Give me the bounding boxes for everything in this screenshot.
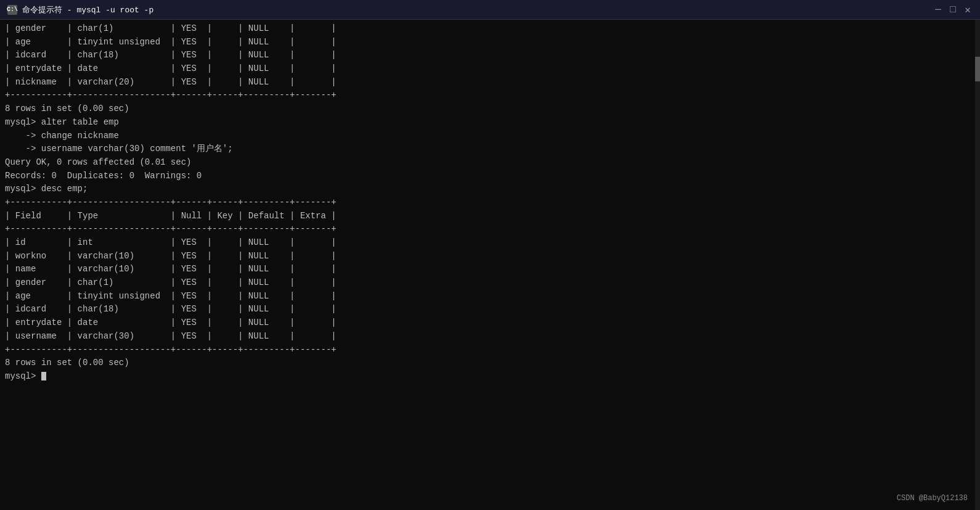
terminal-line: +-----------+-------------------+------+… bbox=[5, 343, 970, 357]
terminal-line: | nickname | varchar(20) | YES | | NULL … bbox=[5, 76, 970, 89]
terminal-line: -> username varchar(30) comment '用户名'; bbox=[5, 142, 970, 156]
terminal-line: Query OK, 0 rows affected (0.01 sec) bbox=[5, 156, 970, 170]
cursor bbox=[41, 372, 46, 380]
scrollbar[interactable] bbox=[975, 20, 980, 510]
terminal-line: Records: 0 Duplicates: 0 Warnings: 0 bbox=[5, 170, 970, 183]
minimize-button[interactable]: ─ bbox=[933, 5, 943, 15]
terminal-line: | idcard | char(18) | YES | | NULL | | bbox=[5, 49, 970, 62]
terminal-line: | gender | char(1) | YES | | NULL | | bbox=[5, 276, 970, 290]
terminal-line: mysql> bbox=[5, 370, 970, 384]
terminal-line: -> change nickname bbox=[5, 130, 970, 143]
scrollbar-thumb[interactable] bbox=[975, 57, 980, 81]
terminal-line: | name | varchar(10) | YES | | NULL | | bbox=[5, 263, 970, 276]
titlebar: C:\ 命令提示符 - mysql -u root -p ─ □ ✕ bbox=[0, 0, 980, 20]
terminal-content[interactable]: | gender | char(1) | YES | | NULL | || a… bbox=[0, 20, 980, 510]
terminal-line: +-----------+-------------------+------+… bbox=[5, 89, 970, 102]
terminal-line: mysql> desc emp; bbox=[5, 183, 970, 196]
window-title: 命令提示符 - mysql -u root -p bbox=[22, 4, 153, 15]
terminal-line: | Field | Type | Null | Key | Default | … bbox=[5, 210, 970, 223]
terminal-line: 8 rows in set (0.00 sec) bbox=[5, 102, 970, 116]
terminal-line: | entrydate | date | YES | | NULL | | bbox=[5, 62, 970, 76]
terminal-line: | id | int | YES | | NULL | | bbox=[5, 236, 970, 250]
terminal-line: | idcard | char(18) | YES | | NULL | | bbox=[5, 303, 970, 316]
terminal-line: 8 rows in set (0.00 sec) bbox=[5, 356, 970, 370]
terminal-window: C:\ 命令提示符 - mysql -u root -p ─ □ ✕ | gen… bbox=[0, 0, 980, 510]
terminal-line: | gender | char(1) | YES | | NULL | | bbox=[5, 22, 970, 36]
terminal-line: | workno | varchar(10) | YES | | NULL | … bbox=[5, 250, 970, 263]
app-icon: C:\ bbox=[7, 5, 17, 15]
terminal-line: +-----------+-------------------+------+… bbox=[5, 196, 970, 210]
terminal-output: | gender | char(1) | YES | | NULL | || a… bbox=[5, 22, 970, 384]
watermark: CSDN @BabyQ12138 bbox=[897, 494, 968, 503]
terminal-line: | age | tinyint unsigned | YES | | NULL … bbox=[5, 36, 970, 49]
titlebar-left: C:\ 命令提示符 - mysql -u root -p bbox=[7, 4, 153, 15]
terminal-line: | entrydate | date | YES | | NULL | | bbox=[5, 316, 970, 330]
close-button[interactable]: ✕ bbox=[963, 5, 973, 15]
terminal-line: | age | tinyint unsigned | YES | | NULL … bbox=[5, 290, 970, 303]
window-controls[interactable]: ─ □ ✕ bbox=[933, 5, 973, 15]
maximize-button[interactable]: □ bbox=[948, 5, 958, 15]
terminal-line: +-----------+-------------------+------+… bbox=[5, 223, 970, 236]
terminal-line: mysql> alter table emp bbox=[5, 116, 970, 130]
terminal-line: | username | varchar(30) | YES | | NULL … bbox=[5, 330, 970, 343]
